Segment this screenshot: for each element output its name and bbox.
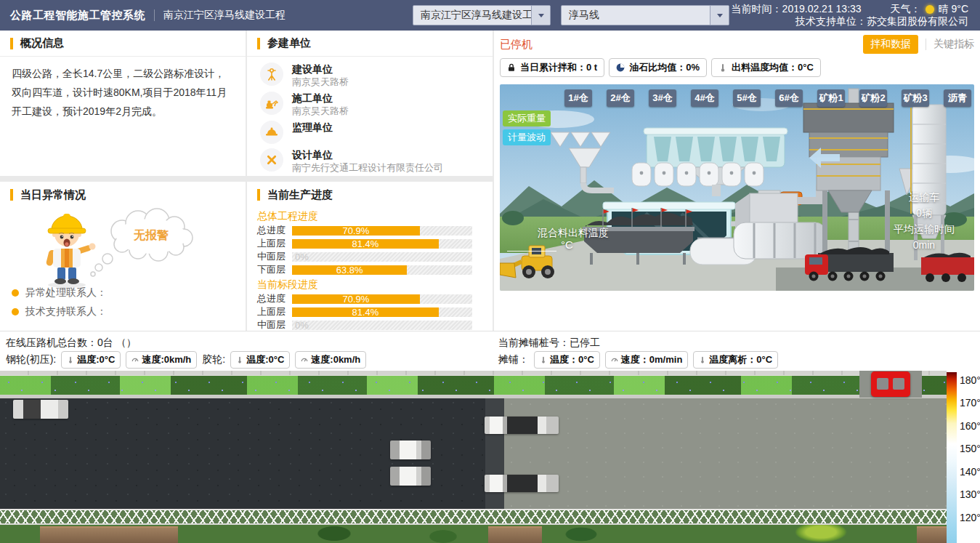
support-unit: 技术支持单位：苏交集团股份有限公司 [732, 15, 968, 28]
helmet-icon [260, 121, 283, 144]
list-item-designer: 设计单位 南宁先行交通工程设计有限责任公司 [260, 148, 493, 174]
current-time: 当前时间：2019.02.21 13:33 [732, 3, 862, 15]
thermometer-icon [699, 356, 706, 363]
steel-speed-chip: 速度:0km/h [126, 351, 197, 369]
roller-info: 在线压路机总台数：0台 （） 钢轮(初压): 温度:0°C 速度:0km/h 胶… [6, 334, 366, 369]
list-item-supervisor: 监理单位 [260, 121, 493, 145]
plant-panel: 已停机 拌和数据 关键指标 当日累计拌和：0 t 油石比均值：0% 出料温度均值… [494, 31, 980, 331]
section-accent-bar [257, 189, 260, 201]
paving-station: 当前摊铺桩号：已停工 [498, 334, 778, 350]
steel-wheel-label: 钢轮(初压): [6, 353, 56, 366]
header-info: 当前时间：2019.02.21 13:33 天气： 晴 9°C 技术支持单位：苏… [732, 3, 968, 28]
legend-actual-weight[interactable]: 实际重量 [503, 110, 551, 126]
header: 公路工程智能施工管控系统 南京江宁区淳马线建设工程 南京江宁区淳马线建设工程 淳… [0, 0, 980, 31]
weather-value: 晴 9°C [939, 3, 968, 15]
section-accent-bar [10, 189, 13, 201]
tab-mixing-data[interactable]: 拌和数据 [863, 35, 918, 54]
unit-label: 施工单位 [292, 92, 349, 105]
paver-vehicle [485, 475, 559, 492]
progress-panel: 当前生产进度 总体工程进度 总进度 70.9% 上面层 81.4% 中面层 0%… [247, 182, 493, 331]
bin-button-powder-3[interactable]: 矿粉3 [902, 89, 929, 107]
progress-row: 上面层 81.4% [247, 237, 493, 250]
units-header: 参建单位 [247, 31, 493, 57]
thermometer-icon [67, 356, 74, 363]
temperature-scale-gradient [947, 372, 957, 543]
rubber-speed-chip: 速度:0km/h [295, 351, 366, 369]
chevron-down-icon[interactable] [531, 6, 550, 25]
bin-button-6[interactable]: 6#仓 [775, 89, 803, 107]
progress-row: 中面层 0% [247, 250, 493, 263]
bin-button-asphalt[interactable]: 沥青 [944, 89, 971, 107]
mix-temp-line [507, 251, 556, 252]
progress-title: 当前生产进度 [267, 188, 333, 202]
lock-icon [507, 63, 516, 72]
line-select-value: 淳马线 [562, 9, 710, 22]
truck-window [877, 378, 888, 390]
excavator-icon [260, 92, 283, 115]
left-column: 概况信息 四级公路，全长14.7公里，二级公路标准设计，双向四车道，设计时速80… [0, 31, 246, 331]
bin-button-powder-1[interactable]: 矿粉1 [817, 89, 845, 107]
unit-value [292, 134, 333, 145]
overview-header: 概况信息 [0, 31, 246, 57]
bottom-info: 在线压路机总台数：0台 （） 钢轮(初压): 温度:0°C 速度:0km/h 胶… [0, 331, 980, 371]
unit-label: 建设单位 [292, 63, 349, 76]
road-canvas [0, 371, 947, 543]
unit-value: 南宁先行交通工程设计有限责任公司 [292, 161, 443, 174]
list-item-construction-owner: 建设单位 南京昊天路桥 [260, 63, 493, 88]
bin-button-4[interactable]: 4#仓 [691, 89, 718, 107]
status-badge: 已停机 [500, 38, 532, 52]
bin-button-1[interactable]: 1#仓 [564, 89, 592, 107]
transport-title: 运输车 [881, 189, 967, 205]
progress-header: 当前生产进度 [247, 182, 493, 208]
app-title: 公路工程智能施工管控系统 [10, 9, 145, 23]
guardrail-fence [0, 509, 947, 525]
line-select[interactable]: 淳马线 [561, 5, 729, 25]
worker-cartoon [29, 204, 203, 291]
red-truck [871, 371, 910, 397]
progress-bar: 81.4% [292, 307, 472, 317]
section-accent-bar [10, 38, 13, 49]
plant-stats-row: 当日累计拌和：0 t 油石比均值：0% 出料温度均值：0°C [494, 58, 980, 77]
pie-icon [616, 63, 625, 72]
overview-title: 概况信息 [20, 36, 64, 50]
chevron-down-icon[interactable] [710, 6, 729, 25]
abnormal-title: 当日异常情况 [20, 188, 86, 202]
paving-segregation-chip: 温度离析：0°C [693, 351, 778, 369]
weather-label: 天气： [891, 3, 921, 15]
temp-scale-label: 140°C [960, 466, 980, 478]
project-title: 南京江宁区淳马线建设工程 [163, 9, 286, 22]
tab-key-indicators[interactable]: 关键指标 [934, 38, 974, 51]
contact-label: 技术支持联系人： [25, 305, 107, 318]
transport-count: 0辆 [881, 205, 967, 221]
thermometer-icon [236, 356, 243, 363]
bin-button-3[interactable]: 3#仓 [649, 89, 676, 107]
bin-button-5[interactable]: 5#仓 [733, 89, 761, 107]
paving-temp-chip: 温度：0°C [534, 351, 600, 369]
temp-scale-label: 170°C [960, 397, 980, 409]
temp-scale-label: 160°C [960, 420, 980, 432]
legend-metering-wave[interactable]: 计量波动 [503, 129, 551, 145]
bin-button-2[interactable]: 2#仓 [607, 89, 634, 107]
units-title: 参建单位 [267, 36, 311, 50]
bullet-icon [12, 289, 19, 297]
plant-tabs: 拌和数据 关键指标 [863, 35, 974, 54]
brand-divider [154, 9, 155, 21]
dashboard: 公路工程智能施工管控系统 南京江宁区淳马线建设工程 南京江宁区淳马线建设工程 淳… [0, 0, 980, 543]
building-roof [40, 526, 178, 543]
progress-subtitle: 当前标段进度 [257, 278, 482, 291]
paving-chip-row: 摊铺： 温度：0°C 速度：0m/min 温度离析：0°C [498, 350, 778, 369]
temp-scale-label: 150°C [960, 443, 980, 454]
thermometer-icon [718, 63, 727, 72]
roller-chip-row: 钢轮(初压): 温度:0°C 速度:0km/h 胶轮: 温度:0°C 速度:0k… [6, 350, 366, 369]
plant-status-row: 已停机 拌和数据 关键指标 [494, 31, 980, 58]
roller-total: 在线压路机总台数：0台 （） [6, 334, 366, 350]
plant-scene [500, 84, 974, 291]
temp-scale-label: 120°C [960, 512, 980, 523]
abnormal-contact: 异常处理联系人： [12, 286, 107, 299]
gauge-icon [131, 356, 139, 363]
temp-scale-label: 180°C [960, 374, 980, 386]
thermometer-icon [540, 356, 547, 363]
bin-button-powder-2[interactable]: 矿粉2 [859, 89, 887, 107]
stat-discharge-temp: 出料温度均值：0°C [711, 58, 821, 77]
project-select[interactable]: 南京江宁区淳马线建设工程 [413, 5, 551, 25]
